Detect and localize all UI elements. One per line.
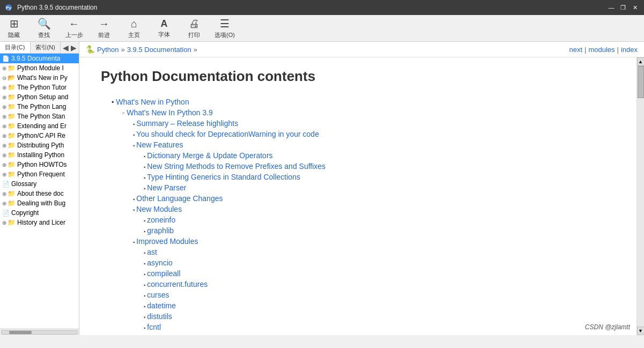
- sidebar-item-bugs[interactable]: ⊕ 📁 Dealing with Bug: [0, 198, 79, 208]
- doc-icon: 📄: [2, 181, 10, 188]
- sidebar-scroll-track[interactable]: [1, 330, 78, 335]
- nav-sep1: |: [584, 46, 586, 54]
- hide-icon: ⊞: [10, 17, 19, 30]
- content-scroll[interactable]: Python Documentation contents What's New…: [79, 57, 636, 335]
- right-scrollbar[interactable]: ▲ ▼: [636, 57, 644, 335]
- toolbar-options[interactable]: ☰ 选项(O): [214, 17, 235, 39]
- toc-item-concurrent: concurrent.futures: [144, 280, 615, 288]
- sidebar-item-distributing[interactable]: ⊕ 📁 Distributing Pyth: [0, 140, 79, 150]
- toc-link-new-modules[interactable]: New Modules: [136, 205, 182, 213]
- sidebar-item-stdlib[interactable]: ⊕ 📁 The Python Stan: [0, 112, 79, 121]
- toc-link-distutils[interactable]: distutils: [147, 312, 172, 321]
- sidebar-item-lang[interactable]: ⊕ 📁 The Python Lang: [0, 102, 79, 112]
- toc-item-new-modules: New Modules: [133, 205, 615, 213]
- breadcrumb-python[interactable]: Python: [97, 46, 119, 54]
- toolbar-font[interactable]: A 字体: [154, 18, 174, 39]
- maximize-button[interactable]: ❐: [618, 3, 628, 12]
- sidebar-item-modules[interactable]: ⊕ 📁 Python Module I: [0, 63, 79, 73]
- tab-toc[interactable]: 目录(C): [0, 42, 31, 53]
- minimize-button[interactable]: —: [606, 3, 616, 12]
- sidebar-content[interactable]: 📄 3.9.5 Documenta ⊕ 📁 Python Module I ⊖ …: [0, 54, 79, 329]
- breadcrumb-docs[interactable]: 3.9.5 Documentation: [127, 46, 191, 54]
- home-icon: ⌂: [131, 18, 137, 30]
- nav-index[interactable]: index: [621, 46, 638, 54]
- toc-link-graphlib[interactable]: graphlib: [147, 226, 174, 235]
- options-label: 选项(O): [214, 31, 235, 39]
- toolbar-print[interactable]: 🖨 打印: [184, 18, 204, 39]
- toc-link-python39[interactable]: What's New In Python 3.9: [127, 108, 213, 117]
- scroll-track[interactable]: [637, 66, 645, 327]
- sidebar-item-setup[interactable]: ⊕ 📁 Python Setup and: [0, 92, 79, 102]
- toc-link-dict-merge[interactable]: Dictionary Merge & Update Operators: [147, 151, 272, 160]
- toolbar: ⊞ 隐藏 🔍 查找 ← 上一步 → 前进 ⌂ 主页 A 字体 🖨 打印 ☰ 选项…: [0, 15, 644, 42]
- doc-icon: 📄: [2, 210, 10, 217]
- sidebar-item-extending[interactable]: ⊕ 📁 Extending and Er: [0, 121, 79, 131]
- folder-icon: 📁: [8, 171, 16, 178]
- title-bar: Py Python 3.9.5 documentation — ❐ ✕: [0, 0, 644, 15]
- scroll-down-btn[interactable]: ▼: [637, 327, 645, 335]
- app-icon: Py: [4, 3, 13, 12]
- bullet-dot: [112, 98, 116, 106]
- scroll-thumb[interactable]: [638, 66, 644, 98]
- toc-item-lang-changes: Other Language Changes: [133, 194, 615, 203]
- toc-link-deprecation[interactable]: You should check for DeprecationWarning …: [136, 130, 319, 138]
- toc-item-compileall: compileall: [144, 269, 615, 278]
- sidebar-item-about[interactable]: ⊕ 📁 About these doc: [0, 189, 79, 198]
- nav-next[interactable]: next: [569, 46, 582, 54]
- toolbar-back[interactable]: ← 上一步: [64, 18, 84, 39]
- sidebar-item-docs[interactable]: 📄 3.9.5 Documenta: [0, 54, 79, 63]
- scroll-up-btn[interactable]: ▲: [637, 57, 645, 66]
- toolbar-forward[interactable]: → 前进: [94, 18, 114, 39]
- doc-icon: 📄: [2, 55, 10, 62]
- back-label: 上一步: [65, 31, 83, 39]
- nav-next-btn[interactable]: ▶: [70, 43, 78, 52]
- folder-icon: 📁: [8, 103, 16, 110]
- toc-link-fcntl[interactable]: fcntl: [147, 323, 161, 331]
- toc-link-type-hinting[interactable]: Type Hinting Generics in Standard Collec…: [147, 173, 300, 181]
- sidebar-item-history[interactable]: ⊕ 📁 History and Licer: [0, 218, 79, 227]
- toc-link-newfeatures[interactable]: New Features: [136, 140, 183, 149]
- sidebar-item-capi[interactable]: ⊕ 📁 Python/C API Re: [0, 131, 79, 140]
- toc-item-summary: Summary – Release highlights: [133, 119, 615, 128]
- toolbar-hide[interactable]: ⊞ 隐藏: [4, 17, 24, 39]
- sidebar-item-tutorial[interactable]: ⊕ 📁 The Python Tutor: [0, 83, 79, 92]
- toc-link-improved-modules[interactable]: Improved Modules: [136, 237, 198, 246]
- sidebar-nav-btns: ◀ ▶: [61, 42, 79, 53]
- forward-icon: →: [99, 18, 109, 30]
- toc-link-whatsnew[interactable]: What's New in Python: [116, 98, 189, 106]
- toc-link-asyncio[interactable]: asyncio: [147, 258, 172, 267]
- tab-index[interactable]: 索引(N): [31, 42, 61, 53]
- nav-modules[interactable]: modules: [588, 46, 615, 54]
- toc-link-ast[interactable]: ast: [147, 248, 157, 256]
- close-button[interactable]: ✕: [630, 3, 640, 12]
- toc-link-lang-changes[interactable]: Other Language Changes: [136, 194, 223, 203]
- sidebar-item-copyright[interactable]: 📄 Copyright: [0, 208, 79, 218]
- toolbar-home[interactable]: ⌂ 主页: [124, 18, 144, 39]
- toc-link-curses[interactable]: curses: [147, 291, 169, 299]
- sidebar-scroll-thumb[interactable]: [9, 331, 32, 334]
- toc-link-string-methods[interactable]: New String Methods to Remove Prefixes an…: [147, 162, 325, 171]
- toc-item-distutils: distutils: [144, 312, 615, 321]
- toc-item-python39: What's New In Python 3.9: [122, 108, 615, 117]
- sidebar-item-whatsnew[interactable]: ⊖ 📂 What's New in Py: [0, 73, 79, 83]
- toc-item-string-methods: New String Methods to Remove Prefixes an…: [144, 162, 615, 171]
- sidebar-item-glossary[interactable]: 📄 Glossary: [0, 179, 79, 189]
- toc-link-datetime[interactable]: datetime: [147, 301, 176, 310]
- toc-link-compileall[interactable]: compileall: [147, 269, 180, 278]
- sidebar-item-frequent[interactable]: ⊕ 📁 Python Frequent: [0, 169, 79, 179]
- toc-item-dict-merge: Dictionary Merge & Update Operators: [144, 151, 615, 160]
- toc-link-summary[interactable]: Summary – Release highlights: [136, 119, 238, 128]
- toc-link-new-parser[interactable]: New Parser: [147, 183, 186, 192]
- folder-icon: 📁: [8, 93, 16, 101]
- sidebar-item-installing[interactable]: ⊕ 📁 Installing Python: [0, 150, 79, 160]
- toc-item-new-parser: New Parser: [144, 183, 615, 192]
- toc-link-zoneinfo[interactable]: zoneinfo: [147, 216, 175, 224]
- breadcrumb-sep1: »: [121, 46, 124, 54]
- folder-icon: 📁: [8, 190, 16, 197]
- toc-link-concurrent[interactable]: concurrent.futures: [147, 280, 208, 288]
- sidebar-scrollbar[interactable]: [0, 329, 79, 335]
- folder-icon: 📁: [8, 84, 16, 91]
- sidebar-item-howtos[interactable]: ⊕ 📁 Python HOWTOs: [0, 160, 79, 169]
- toolbar-search[interactable]: 🔍 查找: [34, 17, 54, 39]
- nav-prev-btn[interactable]: ◀: [62, 43, 70, 52]
